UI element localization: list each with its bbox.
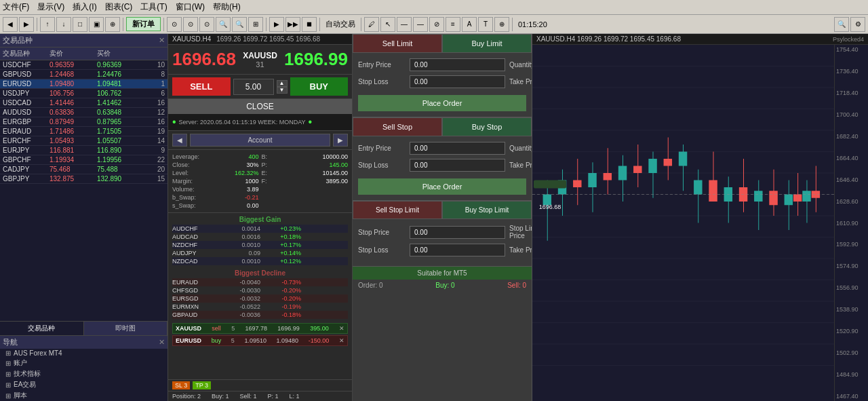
market-row[interactable]: AUDUSD 0.63836 0.63848 12 xyxy=(0,108,167,117)
sell-stop-tab[interactable]: Sell Stop xyxy=(353,117,442,136)
menu-item-tools[interactable]: 工具(T) xyxy=(140,1,167,13)
b-swap-label: b_Swap: xyxy=(172,194,196,201)
toolbar-btn-6[interactable]: ⊙ xyxy=(167,17,182,32)
symbol-buy: 1.71505 xyxy=(97,128,144,135)
toolbar-btn-8[interactable]: ⊙ xyxy=(199,17,214,32)
nav-item-1[interactable]: ⊞账户 xyxy=(0,358,167,368)
entry-price-input[interactable] xyxy=(410,58,505,71)
toolbar-btn-9[interactable]: 🔍 xyxy=(216,17,231,32)
symbol-spread: 14 xyxy=(144,137,165,145)
buy-button[interactable]: BUY xyxy=(290,77,349,96)
menu-item-file[interactable]: 文件(F) xyxy=(3,1,29,13)
place-order2-button[interactable]: Place Order xyxy=(358,178,526,195)
market-row[interactable]: CADJPY 75.468 75.488 20 xyxy=(0,165,167,174)
tab-chart[interactable]: 即时图 xyxy=(84,322,168,335)
buy-stop-tab[interactable]: Buy Stop xyxy=(442,117,532,136)
buy-limit-tab[interactable]: Buy Limit xyxy=(442,34,532,53)
close-button[interactable]: CLOSE xyxy=(168,99,352,114)
toolbar-btn-17[interactable]: — xyxy=(397,17,412,32)
next-btn[interactable]: ▶ xyxy=(333,134,348,147)
stop-loss2-input[interactable] xyxy=(410,159,505,172)
toolbar-btn-23[interactable]: ⊕ xyxy=(494,17,509,32)
toolbar-btn-19[interactable]: ⊘ xyxy=(429,17,444,32)
toolbar-back-btn[interactable]: ◀ xyxy=(3,17,18,32)
nav-item-2[interactable]: ⊞技术指标 xyxy=(0,368,167,379)
sell-button[interactable]: SELL xyxy=(172,77,231,96)
toolbar-btn-7[interactable]: ⊙ xyxy=(183,17,198,32)
stop-loss-input[interactable] xyxy=(410,75,505,88)
place-order-button[interactable]: Place Order xyxy=(358,95,526,111)
search-icon-btn[interactable]: 🔍 xyxy=(834,17,849,32)
prev-btn[interactable]: ◀ xyxy=(172,134,187,147)
market-row[interactable]: USDCAD 1.41446 1.41462 16 xyxy=(0,98,167,108)
trade-close-icon[interactable]: ✕ xyxy=(339,337,344,344)
toolbar-btn-12[interactable]: ▶ xyxy=(269,17,284,32)
chart-title: XAUUSD.H4 1699.26 1699.72 1695.45 1696.6… xyxy=(536,35,681,43)
toolbar-btn-15[interactable]: 🖊 xyxy=(364,17,379,32)
nav-item-0[interactable]: ⊞AUS Forex MT4 xyxy=(0,349,167,358)
symbol-buy: 116.890 xyxy=(97,147,144,154)
market-watch-close[interactable]: ✕ xyxy=(159,36,165,45)
svg-rect-31 xyxy=(648,159,656,173)
market-row[interactable]: EURUSD 1.09480 1.09481 1 xyxy=(0,79,167,89)
toolbar-btn-13[interactable]: ▶▶ xyxy=(285,17,300,32)
new-order-button[interactable]: 新订单 xyxy=(126,17,161,31)
toolbar-btn-20[interactable]: ≡ xyxy=(446,17,460,32)
stop-price-input[interactable] xyxy=(410,226,505,239)
server-dot: • xyxy=(172,116,176,128)
tp-button[interactable]: TP 3 xyxy=(193,381,211,389)
account-button[interactable]: Account xyxy=(190,134,330,147)
toolbar-btn-21[interactable]: A xyxy=(462,17,477,32)
sl-button[interactable]: SL 3 xyxy=(172,381,190,389)
toolbar-btn-1[interactable]: ↑ xyxy=(40,17,55,32)
market-row[interactable]: EURCHF 1.05493 1.05507 14 xyxy=(0,136,167,146)
toolbar-btn-14[interactable]: ⏹ xyxy=(302,17,317,32)
toolbar-btn-22[interactable]: T xyxy=(478,17,493,32)
market-row[interactable]: USDJPY 106.756 106.762 6 xyxy=(0,89,167,98)
menu-item-chart[interactable]: 图表(C) xyxy=(105,1,133,13)
nav-item-3[interactable]: ⊞EA交易 xyxy=(0,379,167,390)
lot-down-arrow[interactable]: ▼ xyxy=(277,87,288,94)
toolbar-forward-btn[interactable]: ▶ xyxy=(19,17,34,32)
market-row[interactable]: EURGBP 0.87949 0.87965 16 xyxy=(0,117,167,127)
stop-loss3-input[interactable] xyxy=(410,244,505,256)
lot-up-arrow[interactable]: ▲ xyxy=(277,80,288,87)
biggest-gain-title: Biggest Gain xyxy=(172,214,348,225)
toolbar-btn-5[interactable]: ⊕ xyxy=(105,17,120,32)
toolbar-btn-18[interactable]: — xyxy=(413,17,428,32)
menu-item-window[interactable]: 窗口(W) xyxy=(176,1,205,13)
toolbar-btn-2[interactable]: ↓ xyxy=(56,17,71,32)
market-watch-title: 交易品种 xyxy=(3,35,33,45)
toolbar-btn-4[interactable]: ▣ xyxy=(89,17,104,32)
status-l: L: 1 xyxy=(290,393,300,400)
market-row[interactable]: EURAUD 1.71486 1.71505 19 xyxy=(0,127,167,136)
sell-stop-limit-tab[interactable]: Sell Stop Limit xyxy=(353,201,442,219)
market-row[interactable]: USDCHF 0.96359 0.96369 10 xyxy=(0,60,167,70)
buy-stop-limit-tab[interactable]: Buy Stop Limit xyxy=(442,201,532,219)
settings-icon-btn[interactable]: ⚙ xyxy=(850,17,865,32)
toolbar-btn-11[interactable]: ⊞ xyxy=(248,17,263,32)
market-row[interactable]: GBPCHF 1.19934 1.19956 22 xyxy=(0,155,167,165)
market-row[interactable]: GBPUSD 1.24468 1.24476 8 xyxy=(0,70,167,79)
market-row[interactable]: GBPJPY 132.875 132.890 15 xyxy=(0,174,167,184)
toolbar-btn-16[interactable]: ↖ xyxy=(380,17,395,32)
trade-close-icon[interactable]: ✕ xyxy=(339,325,344,332)
menu-item-insert[interactable]: 插入(I) xyxy=(73,1,96,13)
price-1700: 1700.40 xyxy=(836,111,867,118)
sell-limit-tab[interactable]: Sell Limit xyxy=(353,34,442,53)
menu-item-help[interactable]: 帮助(H) xyxy=(213,1,241,13)
toolbar-btn-10[interactable]: 🔍 xyxy=(232,17,247,32)
entry-price2-input[interactable] xyxy=(410,142,505,155)
market-table: USDCHF 0.96359 0.96369 10 GBPUSD 1.24468… xyxy=(0,60,167,321)
tab-trading-pairs[interactable]: 交易品种 xyxy=(0,322,84,335)
stop-limit-tabs: Sell Stop Limit Buy Stop Limit xyxy=(353,201,532,219)
toolbar-btn-3[interactable]: □ xyxy=(73,17,87,32)
buy-count: Buy: 0 xyxy=(435,282,454,289)
navigator-close[interactable]: ✕ xyxy=(159,338,165,347)
market-row[interactable]: EURJPY 116.881 116.890 9 xyxy=(0,146,167,155)
lot-input[interactable] xyxy=(233,79,274,95)
e-label: E: xyxy=(262,170,268,176)
price-1556: 1556.90 xyxy=(836,284,867,291)
nav-item-4[interactable]: ⊞脚本 xyxy=(0,390,167,401)
menu-item-view[interactable]: 显示(V) xyxy=(37,1,64,13)
